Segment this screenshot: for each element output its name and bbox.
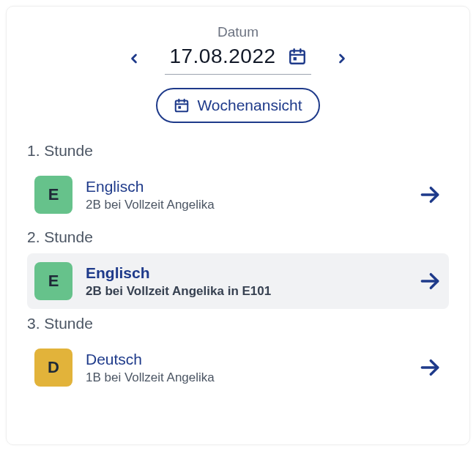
subject-badge: E	[34, 176, 72, 214]
svg-rect-0	[290, 51, 305, 63]
week-view-button[interactable]: Wochenansicht	[156, 88, 319, 123]
svg-rect-4	[293, 57, 296, 60]
lesson-subtitle: 1B bei Vollzeit Angelika	[86, 370, 405, 385]
calendar-icon	[174, 97, 190, 113]
chevron-left-icon	[127, 48, 141, 69]
lesson-title: Englisch	[86, 177, 405, 195]
svg-rect-9	[179, 106, 182, 109]
next-day-button[interactable]	[335, 48, 349, 69]
schedule-card: Datum 17.08.2022 Wochenansicht 1. Stunde…	[6, 6, 470, 445]
period-label: 3. Stunde	[27, 315, 449, 332]
lesson-body: Englisch2B bei Vollzeit Angelika in E101	[86, 264, 405, 298]
lesson-row[interactable]: EEnglisch2B bei Vollzeit Angelika	[27, 167, 449, 223]
svg-rect-5	[176, 101, 188, 112]
date-label: Datum	[27, 24, 449, 40]
subject-badge: E	[34, 262, 72, 300]
lesson-body: Deutsch1B bei Vollzeit Angelika	[86, 350, 405, 384]
week-view-label: Wochenansicht	[197, 97, 302, 114]
arrow-right-icon	[418, 356, 442, 379]
arrow-right-icon	[418, 183, 442, 206]
week-view-row: Wochenansicht	[27, 88, 449, 123]
lesson-body: Englisch2B bei Vollzeit Angelika	[86, 177, 405, 212]
date-value: 17.08.2022	[169, 45, 275, 68]
arrow-right-icon	[418, 269, 442, 293]
chevron-right-icon	[335, 48, 349, 69]
lesson-title: Deutsch	[86, 350, 405, 368]
date-nav-row: 17.08.2022	[27, 42, 449, 75]
date-header: Datum 17.08.2022	[27, 24, 449, 75]
subject-badge: D	[34, 348, 72, 387]
lesson-subtitle: 2B bei Vollzeit Angelika in E101	[86, 284, 405, 299]
date-picker[interactable]: 17.08.2022	[165, 42, 310, 75]
prev-day-button[interactable]	[127, 48, 141, 69]
calendar-icon	[288, 47, 307, 66]
period-label: 1. Stunde	[27, 142, 449, 160]
lesson-row[interactable]: DDeutsch1B bei Vollzeit Angelika	[27, 340, 449, 395]
period-label: 2. Stunde	[27, 228, 449, 246]
lesson-title: Englisch	[86, 264, 405, 282]
periods-list: 1. StundeEEnglisch2B bei Vollzeit Angeli…	[27, 142, 449, 395]
lesson-subtitle: 2B bei Vollzeit Angelika	[86, 198, 405, 212]
lesson-row[interactable]: EEnglisch2B bei Vollzeit Angelika in E10…	[27, 253, 449, 309]
